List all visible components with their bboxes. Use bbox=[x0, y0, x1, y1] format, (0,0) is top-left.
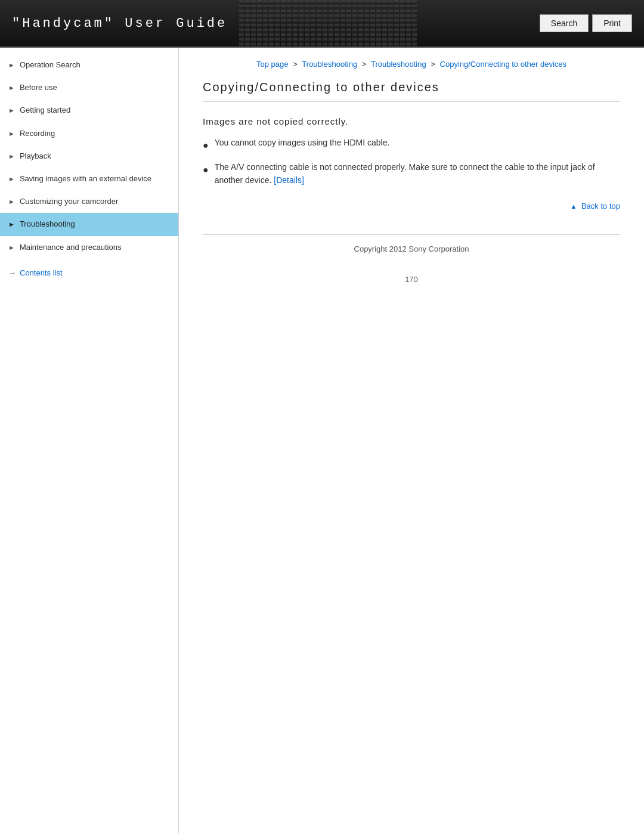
back-to-top: ▲ Back to top bbox=[203, 201, 620, 210]
sidebar-item-operation-search[interactable]: ► Operation Search bbox=[0, 54, 178, 76]
sidebar-item-recording[interactable]: ► Recording bbox=[0, 122, 178, 145]
page-number: 170 bbox=[203, 263, 620, 296]
print-button[interactable]: Print bbox=[592, 14, 632, 32]
chevron-right-icon: ► bbox=[8, 220, 15, 229]
main-container: ► Operation Search ► Before use ► Gettin… bbox=[0, 48, 644, 833]
copyright-text: Copyright 2012 Sony Corporation bbox=[354, 244, 469, 253]
sidebar-item-label: Troubleshooting bbox=[20, 219, 170, 230]
sidebar-item-label: Getting started bbox=[20, 105, 170, 116]
breadcrumb-troubleshooting-2[interactable]: Troubleshooting bbox=[371, 60, 426, 69]
triangle-up-icon: ▲ bbox=[570, 203, 577, 210]
header-buttons: Search Print bbox=[540, 14, 632, 32]
sidebar-item-label: Maintenance and precautions bbox=[20, 242, 170, 253]
sidebar: ► Operation Search ► Before use ► Gettin… bbox=[0, 48, 179, 833]
contents-list-label: Contents list bbox=[20, 268, 63, 277]
chevron-right-icon: ► bbox=[8, 106, 15, 115]
sidebar-item-playback[interactable]: ► Playback bbox=[0, 145, 178, 168]
sidebar-item-label: Recording bbox=[20, 128, 170, 139]
section-heading: Images are not copied correctly. bbox=[203, 116, 620, 126]
breadcrumb-troubleshooting-1[interactable]: Troubleshooting bbox=[302, 60, 357, 69]
arrow-right-icon: → bbox=[8, 268, 16, 277]
bullet-icon: ● bbox=[203, 138, 209, 153]
back-to-top-link[interactable]: ▲ Back to top bbox=[570, 202, 620, 210]
sidebar-item-label: Customizing your camcorder bbox=[20, 196, 170, 207]
chevron-right-icon: ► bbox=[8, 83, 15, 92]
page-footer: Copyright 2012 Sony Corporation bbox=[203, 234, 620, 263]
sidebar-item-label: Playback bbox=[20, 151, 170, 162]
sidebar-item-label: Operation Search bbox=[20, 60, 170, 70]
chevron-right-icon: ► bbox=[8, 129, 15, 138]
list-item: ● You cannot copy images using the HDMI … bbox=[203, 136, 620, 153]
chevron-right-icon: ► bbox=[8, 197, 15, 206]
sidebar-item-before-use[interactable]: ► Before use bbox=[0, 76, 178, 99]
list-item: ● The A/V connecting cable is not connec… bbox=[203, 160, 620, 187]
bullet-list: ● You cannot copy images using the HDMI … bbox=[203, 136, 620, 187]
breadcrumb-top[interactable]: Top page bbox=[256, 60, 289, 69]
page-title: Copying/Connecting to other devices bbox=[203, 80, 620, 102]
sidebar-item-saving-images[interactable]: ► Saving images with an external device bbox=[0, 168, 178, 190]
chevron-right-icon: ► bbox=[8, 175, 15, 184]
sidebar-item-getting-started[interactable]: ► Getting started bbox=[0, 99, 178, 122]
breadcrumb-separator: > bbox=[431, 60, 437, 69]
bullet-text-2: The A/V connecting cable is not connecte… bbox=[215, 160, 620, 187]
sidebar-item-troubleshooting[interactable]: ► Troubleshooting bbox=[0, 213, 178, 236]
bullet-text-1: You cannot copy images using the HDMI ca… bbox=[215, 136, 390, 149]
back-to-top-label: Back to top bbox=[581, 202, 620, 210]
page-header: "Handycam" User Guide Search Print bbox=[0, 0, 644, 48]
bullet-icon: ● bbox=[203, 162, 209, 178]
details-link[interactable]: [Details] bbox=[274, 175, 304, 185]
chevron-right-icon: ► bbox=[8, 243, 15, 252]
sidebar-item-label: Before use bbox=[20, 82, 170, 93]
chevron-right-icon: ► bbox=[8, 61, 15, 70]
sidebar-item-label: Saving images with an external device bbox=[20, 174, 170, 184]
chevron-right-icon: ► bbox=[8, 152, 15, 161]
breadcrumb-current[interactable]: Copying/Connecting to other devices bbox=[440, 60, 566, 69]
sidebar-item-customizing[interactable]: ► Customizing your camcorder bbox=[0, 190, 178, 213]
search-button[interactable]: Search bbox=[540, 14, 589, 32]
main-content: Top page > Troubleshooting > Troubleshoo… bbox=[179, 48, 644, 833]
breadcrumb-separator: > bbox=[362, 60, 369, 69]
header-decoration bbox=[239, 0, 528, 47]
sidebar-item-maintenance[interactable]: ► Maintenance and precautions bbox=[0, 236, 178, 259]
site-title: "Handycam" User Guide bbox=[12, 16, 227, 31]
contents-list-link[interactable]: → Contents list bbox=[0, 261, 178, 284]
breadcrumb: Top page > Troubleshooting > Troubleshoo… bbox=[203, 60, 620, 69]
breadcrumb-separator: > bbox=[293, 60, 299, 69]
